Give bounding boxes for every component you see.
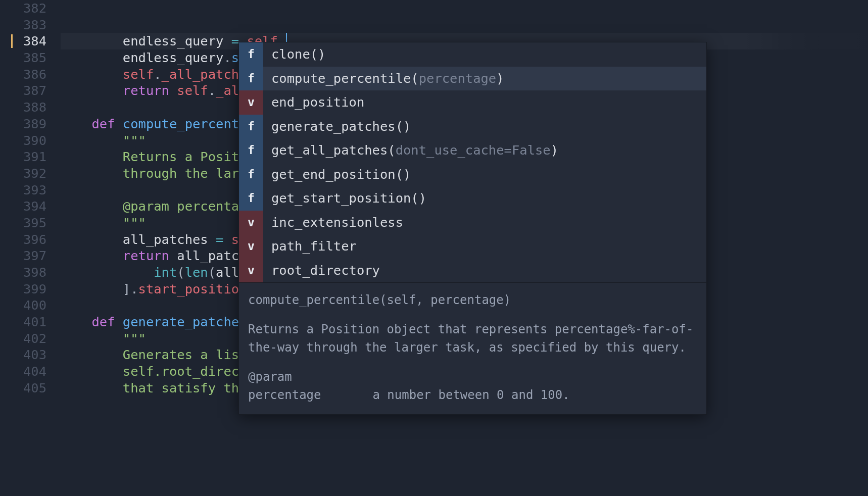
autocomplete-item-label: clone() bbox=[263, 46, 325, 63]
function-badge-icon: f bbox=[239, 42, 263, 67]
autocomplete-item-label: inc_extensionless bbox=[263, 214, 403, 231]
variable-badge-icon: v bbox=[239, 211, 263, 235]
line-number: 395 bbox=[0, 215, 46, 231]
line-number: 384 bbox=[0, 33, 46, 49]
line-number: 405 bbox=[0, 380, 46, 396]
function-badge-icon: f bbox=[239, 163, 263, 187]
line-number: 400 bbox=[0, 297, 46, 314]
line-number: 393 bbox=[0, 182, 46, 199]
autocomplete-item[interactable]: fgenerate_patches() bbox=[239, 115, 706, 139]
autocomplete-item-label: get_all_patches(dont_use_cache=False) bbox=[263, 142, 558, 159]
line-number: 401 bbox=[0, 314, 46, 330]
line-number: 388 bbox=[0, 99, 46, 116]
autocomplete-item[interactable]: fget_end_position() bbox=[239, 163, 706, 187]
function-badge-icon: f bbox=[239, 115, 263, 139]
line-number: 394 bbox=[0, 198, 46, 215]
line-number: 391 bbox=[0, 148, 46, 165]
autocomplete-item-label: get_start_position() bbox=[263, 190, 426, 207]
doc-param: @param percentage a number between 0 and… bbox=[248, 368, 697, 404]
doc-param-name: @param percentage bbox=[248, 368, 365, 404]
line-number: 387 bbox=[0, 82, 46, 99]
line-number: 403 bbox=[0, 346, 46, 363]
line-number: 398 bbox=[0, 264, 46, 281]
autocomplete-item-label: root_directory bbox=[263, 262, 380, 279]
line-number: 382 bbox=[0, 0, 46, 17]
autocomplete-doc-panel: compute_percentile(self, percentage) Ret… bbox=[239, 282, 706, 414]
line-number: 404 bbox=[0, 363, 46, 380]
doc-signature: compute_percentile(self, percentage) bbox=[248, 291, 697, 309]
doc-param-desc: a number between 0 and 100. bbox=[372, 388, 569, 402]
line-number-gutter: 3823833843853863873883893903913923933943… bbox=[0, 0, 61, 496]
code-line[interactable] bbox=[61, 0, 868, 17]
autocomplete-item-label: generate_patches() bbox=[263, 118, 411, 135]
line-number: 396 bbox=[0, 231, 46, 248]
line-number: 397 bbox=[0, 247, 46, 264]
autocomplete-item[interactable]: vinc_extensionless bbox=[239, 211, 706, 235]
autocomplete-item[interactable]: vend_position bbox=[239, 90, 706, 115]
autocomplete-item-label: end_position bbox=[263, 94, 364, 111]
autocomplete-item[interactable]: vpath_filter bbox=[239, 234, 706, 259]
line-number: 390 bbox=[0, 132, 46, 149]
code-line[interactable] bbox=[61, 17, 868, 33]
function-badge-icon: f bbox=[239, 67, 263, 91]
variable-badge-icon: v bbox=[239, 234, 263, 259]
variable-badge-icon: v bbox=[239, 90, 263, 115]
autocomplete-item[interactable]: fclone() bbox=[239, 42, 706, 67]
function-badge-icon: f bbox=[239, 138, 263, 163]
autocomplete-item[interactable]: fget_start_position() bbox=[239, 186, 706, 211]
variable-badge-icon: v bbox=[239, 259, 263, 283]
doc-description: Returns a Position object that represent… bbox=[248, 320, 697, 357]
autocomplete-item-label: compute_percentile(percentage) bbox=[263, 70, 504, 87]
line-number: 389 bbox=[0, 116, 46, 132]
line-number: 383 bbox=[0, 17, 46, 33]
autocomplete-item-label: path_filter bbox=[263, 238, 357, 255]
autocomplete-popup[interactable]: fclone()fcompute_percentile(percentage)v… bbox=[238, 42, 707, 415]
autocomplete-item[interactable]: fcompute_percentile(percentage) bbox=[239, 67, 706, 91]
line-number: 392 bbox=[0, 165, 46, 182]
autocomplete-item[interactable]: vroot_directory bbox=[239, 259, 706, 283]
function-badge-icon: f bbox=[239, 186, 263, 211]
autocomplete-item-label: get_end_position() bbox=[263, 166, 411, 183]
line-number: 386 bbox=[0, 66, 46, 83]
autocomplete-list[interactable]: fclone()fcompute_percentile(percentage)v… bbox=[239, 42, 706, 282]
line-number: 402 bbox=[0, 330, 46, 347]
autocomplete-item[interactable]: fget_all_patches(dont_use_cache=False) bbox=[239, 138, 706, 163]
line-number: 385 bbox=[0, 49, 46, 66]
line-number: 399 bbox=[0, 281, 46, 297]
